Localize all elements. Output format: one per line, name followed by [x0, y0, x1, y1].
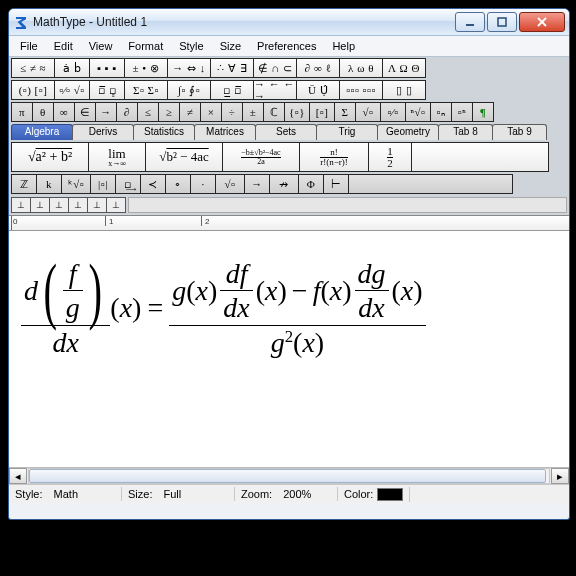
- template-button[interactable]: 12: [368, 142, 412, 172]
- palette-button[interactable]: ▫̲ ▫̅: [210, 80, 254, 100]
- palette-button[interactable]: ≥: [158, 102, 180, 122]
- palette-button[interactable]: ⊢: [323, 174, 349, 194]
- palette-button[interactable]: ᵏ√▫: [61, 174, 91, 194]
- palette-button[interactable]: ≺: [140, 174, 166, 194]
- palette-button[interactable]: θ: [32, 102, 54, 122]
- category-tab-derivs[interactable]: Derivs: [72, 124, 134, 140]
- menu-preferences[interactable]: Preferences: [250, 38, 323, 54]
- palette-button[interactable]: ≠: [179, 102, 201, 122]
- palette-button[interactable]: ∴ ∀ ∃: [210, 58, 254, 78]
- ruler[interactable]: 0 1 2: [9, 216, 569, 231]
- category-tab-statistics[interactable]: Statistics: [133, 124, 195, 140]
- scroll-thumb[interactable]: [29, 469, 546, 483]
- template-button[interactable]: √b² − 4ac: [145, 142, 223, 172]
- palette-button[interactable]: ∉ ∩ ⊂: [253, 58, 297, 78]
- palette-button[interactable]: ▫▫▫ ▫▫▫: [339, 80, 383, 100]
- category-tab-sets[interactable]: Sets: [255, 124, 317, 140]
- menu-file[interactable]: File: [13, 38, 45, 54]
- template-button[interactable]: [411, 142, 549, 172]
- palette-button[interactable]: |▫|: [90, 174, 116, 194]
- palette-button[interactable]: Σ▫ Σ▫: [124, 80, 168, 100]
- palette-button[interactable]: ⁿ√▫: [405, 102, 431, 122]
- mini-tab[interactable]: ⊥: [87, 197, 107, 213]
- palette-button[interactable]: ▯ ▯: [382, 80, 426, 100]
- palette-button[interactable]: ∈: [74, 102, 96, 122]
- palette-button[interactable]: ▫⁄▫: [380, 102, 406, 122]
- palette-button[interactable]: Λ Ω Θ: [382, 58, 426, 78]
- palette-button[interactable]: →: [244, 174, 270, 194]
- scroll-track[interactable]: [28, 468, 550, 484]
- menu-edit[interactable]: Edit: [47, 38, 80, 54]
- category-tab-geometry[interactable]: Geometry: [377, 124, 439, 140]
- palette-button[interactable]: ∞: [53, 102, 75, 122]
- category-tab-matrices[interactable]: Matrices: [194, 124, 256, 140]
- palette-button[interactable]: ↛: [269, 174, 299, 194]
- palette-button[interactable]: ▫̅ ▫͇: [89, 80, 125, 100]
- menu-help[interactable]: Help: [325, 38, 362, 54]
- scroll-right-button[interactable]: ▸: [551, 468, 569, 484]
- palette-button[interactable]: → ⇔ ↓: [167, 58, 211, 78]
- palette-button[interactable]: √▫: [355, 102, 381, 122]
- palette-button[interactable]: k: [36, 174, 62, 194]
- menu-view[interactable]: View: [82, 38, 120, 54]
- scroll-left-button[interactable]: ◂: [9, 468, 27, 484]
- equation-canvas[interactable]: d ( fg ) dx (x) = g(x) dfdx (x) − f (x) …: [9, 231, 569, 467]
- category-tab-tab-9[interactable]: Tab 9: [492, 124, 547, 140]
- menu-format[interactable]: Format: [121, 38, 170, 54]
- mini-tab[interactable]: ⊥: [49, 197, 69, 213]
- horizontal-scrollbar[interactable]: ◂ ▸: [9, 467, 569, 484]
- maximize-button[interactable]: [487, 12, 517, 32]
- template-button[interactable]: limx→∞: [88, 142, 146, 172]
- palette-button[interactable]: →: [95, 102, 117, 122]
- palette-button[interactable]: ▫⁄▫ √▫: [54, 80, 90, 100]
- palette-button[interactable]: ▫͢: [115, 174, 141, 194]
- mini-tab[interactable]: ⊥: [11, 197, 31, 213]
- palette-button[interactable]: ∘: [165, 174, 191, 194]
- mini-tab[interactable]: ⊥: [106, 197, 126, 213]
- template-button[interactable]: √a² + b²: [11, 142, 89, 172]
- palette-button[interactable]: {▫}: [284, 102, 310, 122]
- palette-button[interactable]: (▫) [▫]: [11, 80, 55, 100]
- palette-button[interactable]: ·: [190, 174, 216, 194]
- status-size: Size: Full: [122, 487, 235, 501]
- palette-button[interactable]: ÷: [221, 102, 243, 122]
- palette-button[interactable]: π: [11, 102, 33, 122]
- palette-button[interactable]: ≤: [137, 102, 159, 122]
- palette-button[interactable]: √▫: [215, 174, 245, 194]
- palette-button[interactable]: ¶: [472, 102, 494, 122]
- minimize-button[interactable]: [455, 12, 485, 32]
- palette-button[interactable]: Φ: [298, 174, 324, 194]
- equation: d ( fg ) dx (x) = g(x) dfdx (x) − f (x) …: [21, 259, 426, 357]
- palette-button[interactable]: ± • ⊗: [124, 58, 168, 78]
- palette-button[interactable]: ▫ⁿ: [451, 102, 473, 122]
- palette-button[interactable]: λ ω θ: [339, 58, 383, 78]
- titlebar: MathType - Untitled 1: [9, 9, 569, 36]
- app-sigma-icon: [13, 14, 29, 30]
- palette-button[interactable]: ▪ ▪ ▪: [89, 58, 125, 78]
- category-tab-trig[interactable]: Trig: [316, 124, 378, 140]
- palette-button[interactable]: ≤ ≠ ≈: [11, 58, 55, 78]
- palette-button[interactable]: ℂ: [263, 102, 285, 122]
- palette-button[interactable]: ×: [200, 102, 222, 122]
- mini-tab[interactable]: ⊥: [68, 197, 88, 213]
- palette-button[interactable]: Σ: [334, 102, 356, 122]
- mini-tab[interactable]: ⊥: [30, 197, 50, 213]
- close-button[interactable]: [519, 12, 565, 32]
- palette-button[interactable]: → ← ← →: [253, 80, 297, 100]
- palette-button[interactable]: Ū Ụ̂: [296, 80, 340, 100]
- palette-button[interactable]: ∂: [116, 102, 138, 122]
- template-button[interactable]: −b±√b²−4ac2a: [222, 142, 300, 172]
- palette-button[interactable]: [348, 174, 513, 194]
- palette-button[interactable]: ȧ ḃ: [54, 58, 90, 78]
- menu-style[interactable]: Style: [172, 38, 210, 54]
- palette-button[interactable]: ∂ ∞ ℓ: [296, 58, 340, 78]
- menu-size[interactable]: Size: [213, 38, 248, 54]
- palette-button[interactable]: ∫▫ ∮▫: [167, 80, 211, 100]
- category-tab-algebra[interactable]: Algebra: [11, 124, 73, 140]
- palette-button[interactable]: ℤ: [11, 174, 37, 194]
- template-button[interactable]: n!r!(n−r)!: [299, 142, 369, 172]
- palette-button[interactable]: ±: [242, 102, 264, 122]
- category-tab-tab-8[interactable]: Tab 8: [438, 124, 493, 140]
- palette-button[interactable]: [▫]: [309, 102, 335, 122]
- palette-button[interactable]: ▫ₙ: [430, 102, 452, 122]
